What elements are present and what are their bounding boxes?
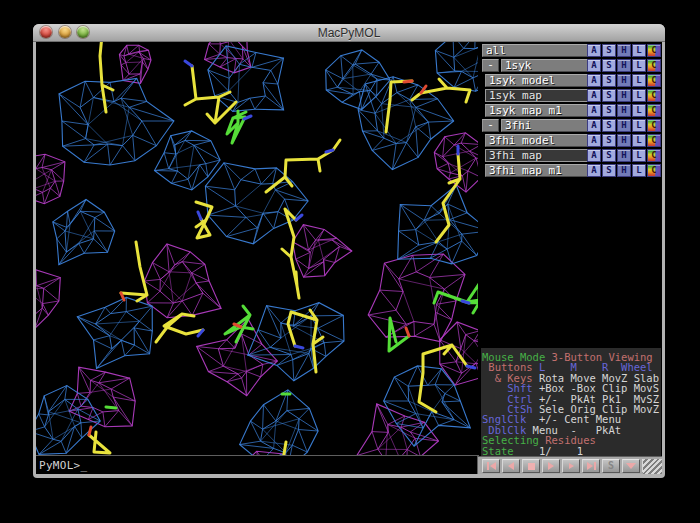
hide-menu-button[interactable]: H [617, 44, 631, 57]
color-menu-button[interactable]: C [647, 104, 661, 117]
fast-forward-to-end-button[interactable] [582, 459, 600, 473]
show-menu-button[interactable]: S [602, 59, 616, 72]
window-title: MacPyMOL [33, 26, 665, 40]
label-menu-button[interactable]: L [632, 149, 646, 162]
action-menu-button[interactable]: A [587, 134, 601, 147]
color-menu-button[interactable]: C [647, 59, 661, 72]
title-bar[interactable]: MacPyMOL [33, 24, 665, 42]
hide-menu-button[interactable]: H [617, 164, 631, 177]
color-menu-button[interactable]: C [647, 164, 661, 177]
color-menu-button[interactable]: C [647, 44, 661, 57]
action-menu-button[interactable]: A [587, 74, 601, 87]
skip-start-icon [490, 462, 496, 470]
object-row-3fhi-map: 3fhi_map A S H L C [481, 149, 662, 162]
object-row-3fhi: - 3fhi A S H L C [481, 119, 662, 132]
play-icon [548, 462, 554, 470]
object-row-1syk-model: 1syk_model A S H L C [481, 74, 662, 87]
show-menu-button[interactable]: S [602, 134, 616, 147]
color-menu-button[interactable]: C [647, 119, 661, 132]
label-menu-button[interactable]: L [632, 59, 646, 72]
resize-grip[interactable] [643, 459, 662, 474]
hide-menu-button[interactable]: H [617, 89, 631, 102]
color-menu-button[interactable]: C [647, 89, 661, 102]
viewport-divider [36, 455, 479, 456]
object-name-3fhi-model[interactable]: 3fhi_model [485, 134, 591, 147]
show-menu-button[interactable]: S [602, 119, 616, 132]
hide-menu-button[interactable]: H [617, 149, 631, 162]
hide-menu-button[interactable]: H [617, 74, 631, 87]
label-menu-button[interactable]: L [632, 119, 646, 132]
show-menu-button[interactable]: S [602, 104, 616, 117]
object-name-3fhi-map-m1[interactable]: 3fhi_map_m1 [485, 164, 591, 177]
object-name-1syk[interactable]: 1syk [501, 59, 591, 72]
gl-canvas: PyMOL>_ all A S H L C - 1syk A S H L C [36, 42, 662, 474]
hide-menu-button[interactable]: H [617, 104, 631, 117]
object-name-1syk-map-m1[interactable]: 1syk_map_m1 [485, 104, 591, 117]
collapse-group-icon[interactable]: - [482, 59, 499, 72]
color-menu-button[interactable]: C [647, 149, 661, 162]
action-menu-button[interactable]: A [587, 59, 601, 72]
object-row-1syk: - 1syk A S H L C [481, 59, 662, 72]
show-menu-button[interactable]: S [602, 44, 616, 57]
object-name-1syk-map[interactable]: 1syk_map [485, 89, 591, 102]
collapse-group-icon[interactable]: - [482, 119, 499, 132]
step-forward-button[interactable] [562, 459, 580, 473]
action-menu-button[interactable]: A [587, 104, 601, 117]
show-menu-button[interactable]: S [602, 149, 616, 162]
show-menu-button[interactable]: S [602, 89, 616, 102]
chevron-down-icon [626, 463, 636, 469]
object-row-3fhi-model: 3fhi_model A S H L C [481, 134, 662, 147]
action-menu-button[interactable]: A [587, 119, 601, 132]
hide-menu-button[interactable]: H [617, 59, 631, 72]
state-line[interactable]: State 1/ 1 [482, 446, 661, 456]
label-menu-button[interactable]: L [632, 74, 646, 87]
command-input[interactable]: PyMOL>_ [39, 459, 87, 472]
label-menu-button[interactable]: L [632, 104, 646, 117]
s-button[interactable]: S [602, 459, 620, 473]
show-menu-button[interactable]: S [602, 164, 616, 177]
state-label: State [482, 445, 514, 457]
label-menu-button[interactable]: L [632, 164, 646, 177]
state-value: 1/ 1 [514, 445, 584, 457]
action-menu-button[interactable]: A [587, 149, 601, 162]
object-row-all: all A S H L C [481, 44, 662, 57]
skip-end-icon [587, 462, 593, 470]
rewind-to-start-button[interactable] [482, 459, 500, 473]
label-menu-button[interactable]: L [632, 134, 646, 147]
mouse-mode-panel: Mouse Mode 3-Button Viewing Buttons L M … [481, 348, 661, 456]
hide-menu-button[interactable]: H [617, 119, 631, 132]
viewport-3d[interactable] [36, 42, 478, 455]
stop-icon [528, 463, 535, 470]
color-menu-button[interactable]: C [647, 134, 661, 147]
playback-strip: S F [477, 456, 662, 474]
play-button[interactable] [542, 459, 560, 473]
object-name-3fhi[interactable]: 3fhi [501, 119, 591, 132]
object-row-3fhi-map-m1: 3fhi_map_m1 A S H L C [481, 164, 662, 177]
show-menu-button[interactable]: S [602, 74, 616, 87]
macpymol-window: MacPyMOL PyMOL>_ all A S H L C - 1syk A … [33, 24, 665, 478]
step-back-icon [508, 462, 514, 470]
hide-menu-button[interactable]: H [617, 134, 631, 147]
object-row-1syk-map: 1syk_map A S H L C [481, 89, 662, 102]
action-menu-button[interactable]: A [587, 164, 601, 177]
stop-button[interactable] [522, 459, 540, 473]
skip-end-icon [594, 462, 596, 470]
object-name-1syk-model[interactable]: 1syk_model [485, 74, 591, 87]
color-menu-button[interactable]: C [647, 74, 661, 87]
step-back-button[interactable] [502, 459, 520, 473]
action-menu-button[interactable]: A [587, 89, 601, 102]
action-menu-button[interactable]: A [587, 44, 601, 57]
object-name-all[interactable]: all [482, 44, 591, 57]
label-menu-button[interactable]: L [632, 89, 646, 102]
label-menu-button[interactable]: L [632, 44, 646, 57]
object-name-3fhi-map[interactable]: 3fhi_map [485, 149, 591, 162]
menu-dropdown-button[interactable] [622, 459, 640, 473]
skip-start-icon [487, 462, 489, 470]
object-row-1syk-map-m1: 1syk_map_m1 A S H L C [481, 104, 662, 117]
step-forward-icon [569, 463, 574, 469]
